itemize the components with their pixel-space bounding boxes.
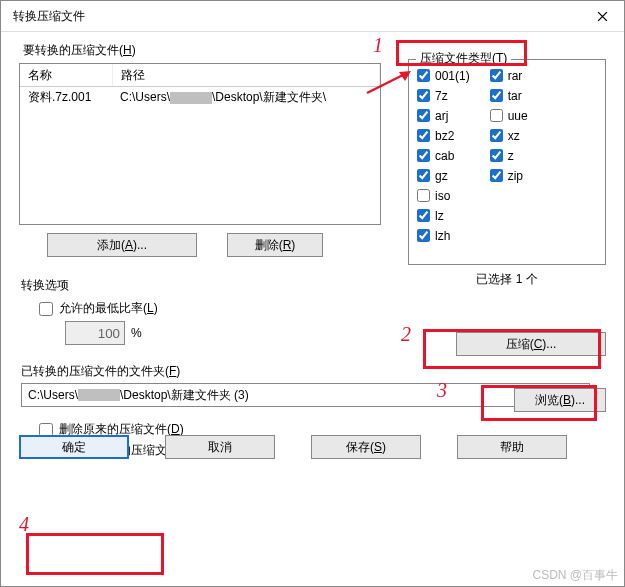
file-list[interactable]: 名称 路径 资料.7z.001 C:\Users\\Desktop\新建文件夹\ bbox=[19, 63, 381, 225]
min-ratio-input[interactable] bbox=[65, 321, 125, 345]
percent-label: % bbox=[131, 326, 142, 340]
col-path[interactable]: 路径 bbox=[113, 64, 380, 86]
watermark: CSDN @百事牛 bbox=[532, 567, 618, 584]
help-button[interactable]: 帮助 bbox=[457, 435, 567, 459]
type-xz[interactable]: xz bbox=[490, 126, 528, 145]
type-checkbox[interactable] bbox=[417, 229, 430, 242]
type-label: iso bbox=[435, 189, 450, 203]
close-icon bbox=[597, 11, 608, 22]
type-checkbox[interactable] bbox=[417, 129, 430, 142]
type-checkbox[interactable] bbox=[490, 129, 503, 142]
type-label: lzh bbox=[435, 229, 450, 243]
type-label: tar bbox=[508, 89, 522, 103]
type-label: 7z bbox=[435, 89, 448, 103]
type-checkbox[interactable] bbox=[490, 149, 503, 162]
annotation-1: 1 bbox=[373, 34, 383, 57]
ok-button[interactable]: 确定 bbox=[19, 435, 129, 459]
annotation-arrow bbox=[363, 67, 413, 97]
folder-input[interactable]: C:\Users\\Desktop\新建文件夹 (3) bbox=[21, 383, 590, 407]
cell-path: C:\Users\\Desktop\新建文件夹\ bbox=[112, 89, 380, 106]
add-button[interactable]: 添加(A)... bbox=[47, 233, 197, 257]
compress-button[interactable]: 压缩(C)... bbox=[456, 332, 606, 356]
type-label: rar bbox=[508, 69, 523, 83]
folder-label: 已转换的压缩文件的文件夹(F) bbox=[21, 363, 606, 380]
type-gz[interactable]: gz bbox=[417, 166, 470, 185]
type-label: xz bbox=[508, 129, 520, 143]
type-7z[interactable]: 7z bbox=[417, 86, 470, 105]
type-label: cab bbox=[435, 149, 454, 163]
type-checkbox[interactable] bbox=[417, 69, 430, 82]
browse-button[interactable]: 浏览(B)... bbox=[514, 388, 606, 412]
type-checkbox[interactable] bbox=[417, 189, 430, 202]
type-bz2[interactable]: bz2 bbox=[417, 126, 470, 145]
type-label: uue bbox=[508, 109, 528, 123]
type-checkbox[interactable] bbox=[417, 209, 430, 222]
types-label: 压缩文件类型(T) bbox=[416, 50, 511, 67]
col-name[interactable]: 名称 bbox=[20, 64, 113, 86]
type-arj[interactable]: arj bbox=[417, 106, 470, 125]
type-label: gz bbox=[435, 169, 448, 183]
type-0011[interactable]: 001(1) bbox=[417, 66, 470, 85]
remove-button[interactable]: 删除(R) bbox=[227, 233, 323, 257]
annotation-4: 4 bbox=[19, 513, 29, 536]
type-lzh[interactable]: lzh bbox=[417, 226, 470, 245]
min-ratio-checkbox[interactable] bbox=[39, 302, 53, 316]
type-checkbox[interactable] bbox=[417, 149, 430, 162]
type-label: bz2 bbox=[435, 129, 454, 143]
types-list: 001(1)7zarjbz2cabgzisolzlzhrartaruuexzzz… bbox=[408, 59, 606, 265]
type-zip[interactable]: zip bbox=[490, 166, 528, 185]
type-lz[interactable]: lz bbox=[417, 206, 470, 225]
annotation-2: 2 bbox=[401, 323, 411, 346]
annotation-box-4 bbox=[26, 533, 164, 575]
table-row[interactable]: 资料.7z.001 C:\Users\\Desktop\新建文件夹\ bbox=[20, 87, 380, 108]
type-iso[interactable]: iso bbox=[417, 186, 470, 205]
type-checkbox[interactable] bbox=[417, 169, 430, 182]
type-checkbox[interactable] bbox=[490, 89, 503, 102]
svg-line-0 bbox=[367, 73, 407, 93]
type-tar[interactable]: tar bbox=[490, 86, 528, 105]
type-checkbox[interactable] bbox=[490, 109, 503, 122]
type-checkbox[interactable] bbox=[490, 69, 503, 82]
type-label: 001(1) bbox=[435, 69, 470, 83]
type-cab[interactable]: cab bbox=[417, 146, 470, 165]
close-button[interactable] bbox=[580, 1, 624, 31]
min-ratio-label: 允许的最低比率(L) bbox=[59, 300, 158, 317]
type-label: zip bbox=[508, 169, 523, 183]
type-label: arj bbox=[435, 109, 448, 123]
type-checkbox[interactable] bbox=[490, 169, 503, 182]
window-title: 转换压缩文件 bbox=[13, 8, 85, 25]
type-checkbox[interactable] bbox=[417, 89, 430, 102]
save-settings-button[interactable]: 保存(S) bbox=[311, 435, 421, 459]
type-uue[interactable]: uue bbox=[490, 106, 528, 125]
type-rar[interactable]: rar bbox=[490, 66, 528, 85]
annotation-3: 3 bbox=[437, 379, 447, 402]
type-label: z bbox=[508, 149, 514, 163]
type-z[interactable]: z bbox=[490, 146, 528, 165]
type-checkbox[interactable] bbox=[417, 109, 430, 122]
type-label: lz bbox=[435, 209, 444, 223]
cancel-button[interactable]: 取消 bbox=[165, 435, 275, 459]
cell-name: 资料.7z.001 bbox=[20, 89, 112, 106]
selected-count: 已选择 1 个 bbox=[408, 271, 606, 288]
